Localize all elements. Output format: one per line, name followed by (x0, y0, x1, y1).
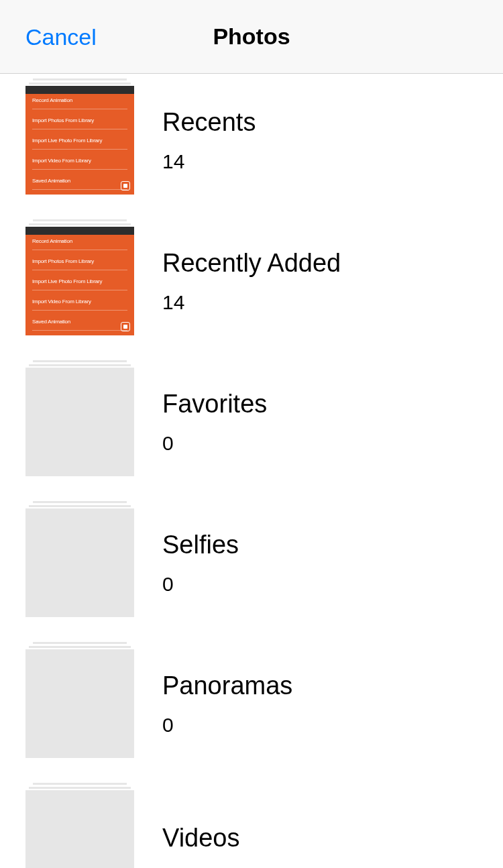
album-row-favorites[interactable]: Favorites0 (0, 368, 503, 508)
album-row-selfies[interactable]: Selfies0 (0, 508, 503, 649)
album-name: Panoramas (162, 671, 292, 700)
album-info: Videos (162, 824, 240, 866)
album-row-videos[interactable]: Videos (0, 790, 503, 868)
thumb-preview-text: Import Video From Library (32, 299, 91, 305)
album-count: 0 (162, 432, 267, 455)
album-count: 14 (162, 291, 341, 314)
thumb-preview-text: Import Live Photo From Library (32, 138, 102, 144)
thumb-preview-text: Saved Animation (32, 178, 70, 184)
album-count: 14 (162, 150, 256, 173)
thumb-preview-text: Import Live Photo From Library (32, 278, 102, 284)
thumb-preview-text: Import Video From Library (32, 158, 91, 164)
stop-icon (121, 322, 130, 331)
album-name: Favorites (162, 390, 267, 419)
album-row-recents[interactable]: Record AnimationImport Photos From Libra… (0, 86, 503, 227)
album-info: Selfies0 (162, 531, 239, 596)
stop-icon (121, 181, 130, 191)
thumb-preview-text: Record Animation (32, 97, 72, 103)
album-name: Videos (162, 824, 240, 853)
album-thumbnail (25, 508, 134, 617)
album-thumbnail (25, 368, 134, 476)
album-thumbnail (25, 790, 134, 868)
album-name: Recently Added (162, 249, 341, 278)
album-thumbnail (25, 649, 134, 758)
thumb-preview-text: Record Animation (32, 238, 72, 244)
album-thumbnail: Record AnimationImport Photos From Libra… (25, 227, 134, 335)
album-info: Recently Added14 (162, 249, 341, 314)
album-row-panoramas[interactable]: Panoramas0 (0, 649, 503, 790)
album-info: Favorites0 (162, 390, 267, 455)
album-count: 0 (162, 714, 292, 737)
album-name: Selfies (162, 531, 239, 559)
thumb-preview-text: Import Photos From Library (32, 258, 94, 264)
thumb-preview-text: Import Photos From Library (32, 117, 94, 123)
album-row-recently-added[interactable]: Record AnimationImport Photos From Libra… (0, 227, 503, 368)
cancel-button[interactable]: Cancel (25, 23, 97, 50)
album-info: Recents14 (162, 108, 256, 173)
albums-list: Record AnimationImport Photos From Libra… (0, 74, 503, 868)
header-bar: Cancel Photos (0, 0, 503, 74)
album-count: 0 (162, 573, 239, 596)
album-thumbnail: Record AnimationImport Photos From Libra… (25, 86, 134, 195)
album-name: Recents (162, 108, 256, 137)
thumb-preview-text: Saved Animation (32, 319, 70, 325)
album-info: Panoramas0 (162, 671, 292, 737)
